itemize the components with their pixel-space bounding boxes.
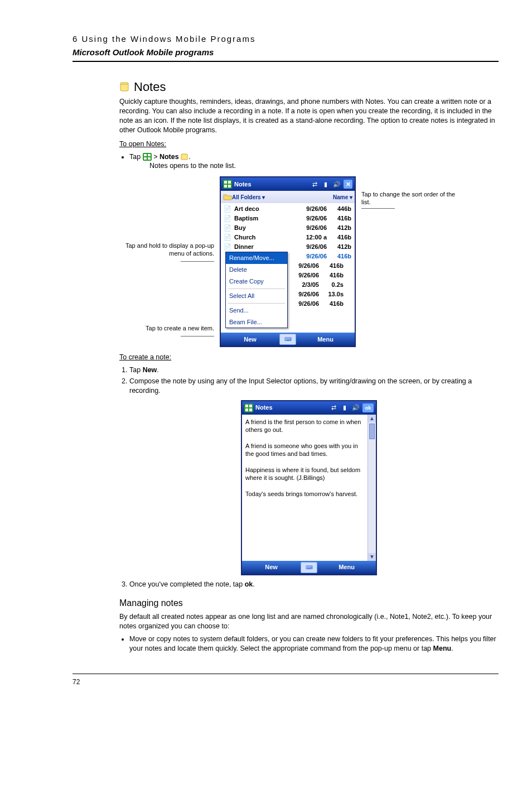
notes-small-icon <box>181 153 188 160</box>
menu-button-2[interactable]: Menu <box>317 563 376 571</box>
connectivity-icon[interactable]: ⇄ <box>310 180 319 189</box>
titlebar-title: Notes <box>234 180 308 189</box>
to-create-heading: To create a note: <box>119 353 499 362</box>
svg-rect-13 <box>245 405 248 407</box>
right-callouts: Tap to change the sort order of the list… <box>361 176 456 347</box>
svg-rect-10 <box>224 185 227 188</box>
svg-rect-0 <box>120 83 128 91</box>
bottom-bar-2: New ⌨ Menu <box>242 561 376 574</box>
to-open-heading: To open Notes: <box>119 140 499 149</box>
bottom-bar: New ⌨ Menu <box>221 333 355 346</box>
note-canvas[interactable]: A friend is the first person to come in … <box>242 415 376 561</box>
new-button[interactable]: New <box>221 335 279 344</box>
notes-title-text: Notes <box>134 79 166 95</box>
notes-icon <box>119 81 130 92</box>
menu-rename[interactable]: Rename/Move... <box>226 252 287 264</box>
list-item[interactable]: 9/26/06416b <box>289 261 354 271</box>
svg-rect-11 <box>228 185 231 188</box>
note-icon: 📄 <box>223 205 232 214</box>
popup-area: Rename/Move... Delete Create Copy Select… <box>222 252 354 331</box>
create-step-1: Tap New. <box>129 366 499 375</box>
open-steps: Tap > Notes . Notes opens to the note li… <box>129 152 499 171</box>
rule <box>72 61 499 62</box>
connectivity-icon[interactable]: ⇄ <box>329 403 338 412</box>
scroll-thumb[interactable] <box>369 424 375 439</box>
volume-icon[interactable]: 🔊 <box>332 180 341 189</box>
titlebar-2: Notes ⇄ ▮ 🔊 ok <box>242 401 376 415</box>
folder-icon <box>223 193 232 201</box>
notes-list: 📄Art deco9/26/06446b 📄Baptism9/26/06416b… <box>221 203 355 333</box>
list-item[interactable]: 9/26/06416b <box>289 299 354 309</box>
new-button-2[interactable]: New <box>242 563 301 571</box>
note-icon: 📄 <box>223 224 232 233</box>
note-paragraph: Happiness is where it is found, but seld… <box>245 466 364 482</box>
svg-rect-2 <box>144 154 147 156</box>
list-item[interactable]: 9/26/06416b <box>289 271 354 280</box>
note-icon: 📄 <box>223 243 232 252</box>
list-item[interactable]: 2/3/050.2s <box>289 280 354 290</box>
close-icon[interactable]: ✕ <box>344 180 352 189</box>
svg-rect-5 <box>148 157 151 160</box>
menu-beam[interactable]: Beam File... <box>226 316 287 328</box>
start-menu-icon[interactable] <box>244 403 253 412</box>
menu-copy[interactable]: Create Copy <box>226 276 287 287</box>
page: 6 Using the Windows Mobile Programs Micr… <box>0 0 532 709</box>
list-item[interactable]: 📄Church12:00 a416b <box>222 233 354 242</box>
callout-new: Tap to create a new item. <box>119 325 214 333</box>
notes-list-device: Notes ⇄ ▮ 🔊 ✕ All Folders ▾ Name ▾ 📄Art … <box>220 176 356 347</box>
create-steps: Tap New. Compose the note by using any o… <box>119 366 499 396</box>
ok-button[interactable]: ok <box>362 403 374 412</box>
managing-heading: Managing notes <box>119 597 499 609</box>
input-panel-button[interactable]: ⌨ <box>279 334 296 345</box>
svg-rect-4 <box>144 157 147 160</box>
note-icon: 📄 <box>223 233 232 242</box>
intro-paragraph: Quickly capture thoughts, reminders, ide… <box>119 97 499 135</box>
create-step-3: Once you've completed the note, tap ok. <box>129 580 499 589</box>
notes-bold: Notes <box>159 153 179 161</box>
note-paragraph: Today's seeds brings tomorrow's harvest. <box>245 490 364 498</box>
scroll-up-icon[interactable]: ▲ <box>368 415 376 422</box>
sort-picker[interactable]: Name ▾ <box>333 194 352 201</box>
folder-picker[interactable]: All Folders ▾ <box>232 194 265 201</box>
signal-icon: ▮ <box>340 403 349 412</box>
menu-button[interactable]: Menu <box>296 335 355 344</box>
volume-icon[interactable]: 🔊 <box>351 403 360 412</box>
figure-1-row: Tap and hold to display a pop-up menu of… <box>119 176 499 347</box>
menu-send[interactable]: Send... <box>226 305 287 316</box>
note-paragraph: A friend is the first person to come in … <box>245 418 364 434</box>
managing-bullets: Move or copy notes to system default fol… <box>129 634 499 653</box>
scrollbar[interactable]: ▲ ▼ <box>367 415 376 561</box>
body: Notes Quickly capture thoughts, reminder… <box>119 79 499 653</box>
list-item[interactable]: 📄Buy9/26/06412b <box>222 223 354 233</box>
page-number: 72 <box>72 677 499 686</box>
note-icon: 📄 <box>223 214 232 223</box>
svg-rect-8 <box>224 181 227 184</box>
svg-rect-14 <box>249 405 252 407</box>
context-menu: Rename/Move... Delete Create Copy Select… <box>225 252 288 328</box>
create-steps-cont: Once you've completed the note, tap ok. <box>119 580 499 589</box>
open-step: Tap > Notes . Notes opens to the note li… <box>129 152 499 171</box>
signal-icon: ▮ <box>321 180 330 189</box>
note-paragraph: A friend is someone who goes with you in… <box>245 442 364 458</box>
titlebar-title-2: Notes <box>255 403 327 412</box>
titlebar: Notes ⇄ ▮ 🔊 ✕ <box>221 177 355 191</box>
note-editor-device: Notes ⇄ ▮ 🔊 ok A friend is the first per… <box>241 400 377 575</box>
section-heading: Microsoft Outlook Mobile programs <box>72 47 499 58</box>
start-icon <box>143 153 152 161</box>
menu-select-all[interactable]: Select All <box>226 290 287 302</box>
svg-rect-16 <box>249 408 252 411</box>
list-item[interactable]: 📄Dinner9/26/06412b <box>222 242 354 252</box>
chapter-heading: 6 Using the Windows Mobile Programs <box>72 33 499 45</box>
input-panel-button-2[interactable]: ⌨ <box>301 562 317 573</box>
list-item-selected[interactable]: 9/26/06416b <box>289 252 354 261</box>
list-item[interactable]: 📄Baptism9/26/06416b <box>222 214 354 223</box>
left-callouts: Tap and hold to display a pop-up menu of… <box>119 176 214 347</box>
menu-delete[interactable]: Delete <box>226 264 287 276</box>
start-menu-icon[interactable] <box>223 180 232 189</box>
callout-popup: Tap and hold to display a pop-up menu of… <box>119 242 214 258</box>
scroll-down-icon[interactable]: ▼ <box>368 553 376 561</box>
subbar: All Folders ▾ Name ▾ <box>221 191 355 203</box>
list-item[interactable]: 📄Art deco9/26/06446b <box>222 204 354 214</box>
list-item[interactable]: 9/26/0613.0s <box>289 290 354 299</box>
callout-sort: Tap to change the sort order of the list… <box>361 191 456 206</box>
